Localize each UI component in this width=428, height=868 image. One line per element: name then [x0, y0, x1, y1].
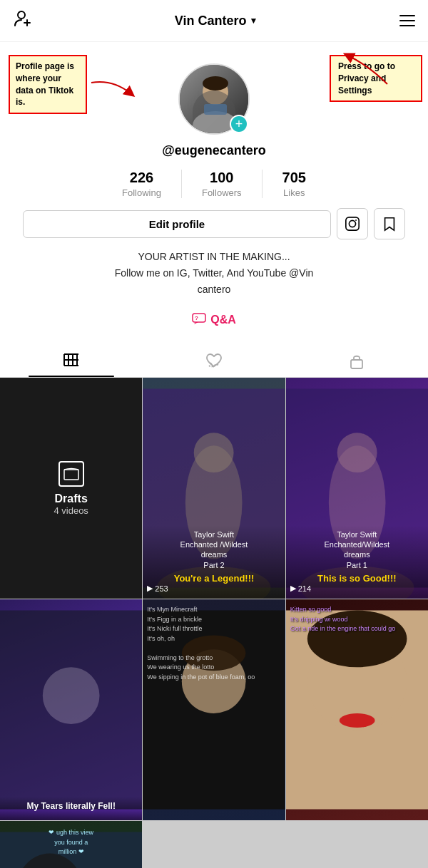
- arrow-right-icon: [341, 52, 391, 91]
- video-views-2: ▶214: [290, 584, 424, 593]
- username-nav[interactable]: Vin Cantero ▼: [175, 14, 258, 29]
- stat-followers[interactable]: 100 Followers: [182, 170, 263, 198]
- likes-label: Likes: [283, 187, 305, 198]
- svg-point-10: [355, 219, 357, 221]
- svg-rect-20: [351, 360, 362, 368]
- video-overlay-1: Taylor SwiftEnchanted /WildestdreamsPart…: [143, 525, 285, 599]
- hamburger-menu-button[interactable]: [399, 15, 415, 26]
- video-overlay-2: Taylor SwiftEnchanted/WildestdreamsPart …: [286, 525, 428, 599]
- svg-point-31: [43, 667, 100, 724]
- action-row: Edit profile: [11, 208, 417, 239]
- drafts-label: Drafts: [55, 492, 88, 505]
- qna-row[interactable]: ? Q&A: [192, 313, 236, 327]
- stats-row: 226 Following 100 Followers 705 Likes: [11, 170, 417, 198]
- video-views-1: ▶253: [147, 584, 280, 593]
- bio-line-3: cantero: [115, 282, 314, 297]
- following-label: Following: [122, 187, 161, 198]
- top-nav: Vin Cantero ▼: [0, 0, 428, 42]
- video-cell-1[interactable]: Taylor SwiftEnchanted /WildestdreamsPart…: [143, 378, 285, 599]
- drafts-count: 4 videos: [54, 505, 88, 516]
- svg-point-38: [339, 713, 374, 728]
- video-cell-2[interactable]: Taylor SwiftEnchanted/WildestdreamsPart …: [286, 378, 428, 599]
- svg-text:?: ?: [195, 315, 198, 321]
- bookmark-button[interactable]: [374, 208, 405, 239]
- instagram-button[interactable]: [337, 208, 368, 239]
- svg-point-9: [349, 220, 355, 227]
- qna-label: Q&A: [210, 314, 236, 326]
- svg-point-0: [18, 11, 25, 19]
- bio-section: YOUR ARTIST IN THE MAKING... Follow me o…: [101, 249, 328, 299]
- followers-count: 100: [210, 170, 233, 186]
- svg-rect-7: [204, 104, 227, 115]
- tab-liked[interactable]: [143, 344, 285, 377]
- followers-label: Followers: [202, 187, 242, 198]
- svg-rect-8: [346, 217, 359, 230]
- arrow-left-icon: [91, 79, 134, 103]
- bio-line-2: Follow me on IG, Twitter, And YouTube @V…: [115, 266, 314, 281]
- likes-count: 705: [282, 170, 306, 186]
- tab-private[interactable]: [285, 344, 428, 377]
- tabs-row: [0, 344, 428, 378]
- video-lyrics-4: It's Myn MinecraftIt's Figg in a brickle…: [147, 605, 280, 682]
- profile-username: @eugenecantero: [162, 143, 266, 158]
- svg-rect-21: [64, 470, 78, 480]
- video-overlay-3: My Tears literally Fell!: [0, 797, 142, 821]
- avatar-wrapper: +: [178, 63, 250, 135]
- nav-username: Vin Cantero: [175, 14, 247, 29]
- video-cell-6[interactable]: ❤ ugh this viewyou found amillion ❤: [0, 821, 142, 868]
- video-title-1: Taylor SwiftEnchanted /WildestdreamsPart…: [147, 529, 280, 570]
- svg-point-29: [337, 433, 377, 472]
- qna-icon: ?: [192, 313, 206, 327]
- video-overlay-5: Kitten so goodIt's dripping wi woodGot a…: [290, 605, 424, 634]
- video-cell-drafts[interactable]: Drafts 4 videos: [0, 378, 142, 599]
- svg-point-6: [203, 76, 228, 91]
- video-cell-3[interactable]: My Tears literally Fell!: [0, 599, 142, 820]
- video-text-6: ❤ ugh this viewyou found amillion ❤: [3, 828, 139, 857]
- stat-likes[interactable]: 705 Likes: [263, 170, 326, 198]
- stat-following[interactable]: 226 Following: [102, 170, 182, 198]
- profile-section: Profile page is where your data on Tikto…: [0, 42, 428, 339]
- dropdown-arrow-icon: ▼: [249, 16, 258, 26]
- video-cell-5[interactable]: Kitten so goodIt's dripping wi woodGot a…: [286, 599, 428, 820]
- video-grid: Drafts 4 videos Taylor SwiftEnchanted /W…: [0, 378, 428, 868]
- bio-line-1: YOUR ARTIST IN THE MAKING...: [115, 249, 314, 264]
- svg-point-25: [194, 433, 234, 472]
- edit-profile-button[interactable]: Edit profile: [23, 210, 331, 238]
- tab-videos[interactable]: [0, 344, 143, 377]
- annotation-left: Profile page is where your data on Tikto…: [9, 55, 87, 114]
- video-title-2: Taylor SwiftEnchanted/WildestdreamsPart …: [290, 529, 424, 570]
- video-title-3: My Tears literally Fell!: [4, 801, 138, 812]
- following-count: 226: [130, 170, 153, 186]
- add-user-button[interactable]: [13, 9, 33, 33]
- video-cell-4[interactable]: It's Myn MinecraftIt's Figg in a brickle…: [143, 599, 285, 820]
- add-photo-button[interactable]: +: [230, 115, 248, 133]
- drafts-icon: [58, 461, 84, 487]
- video-legend-2: This is so Good!!!: [290, 573, 424, 584]
- video-legend-1: You're a Legend!!!: [147, 573, 280, 584]
